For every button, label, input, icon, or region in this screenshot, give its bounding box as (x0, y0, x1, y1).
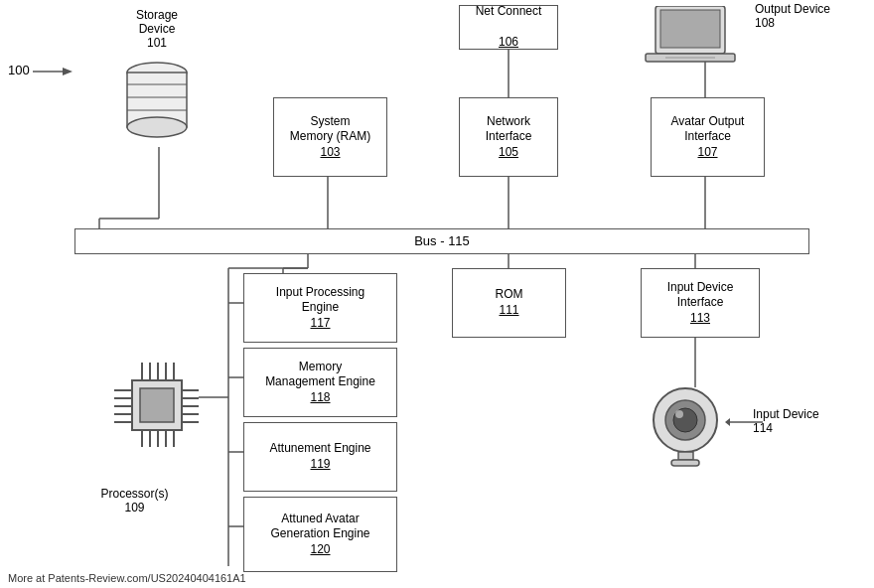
svg-rect-31 (660, 10, 720, 48)
svg-rect-63 (671, 460, 699, 466)
diagram-id-label: 100 (8, 62, 73, 81)
svg-marker-23 (63, 68, 73, 75)
system-memory-box: SystemMemory (RAM) 103 (273, 97, 387, 177)
storage-device-label: Storage Device 101 (117, 8, 197, 50)
webcam-icon (644, 382, 728, 472)
rom-box: ROM 111 (452, 268, 566, 338)
input-device-label: Input Device 114 (753, 407, 862, 435)
input-device-interface-box: Input DeviceInterface 113 (641, 268, 760, 338)
network-interface-box: NetworkInterface 105 (459, 97, 558, 177)
laptop-icon (641, 6, 740, 71)
output-device-label: Output Device 108 (755, 2, 864, 30)
memory-management-engine-box: MemoryManagement Engine 118 (243, 348, 397, 417)
net-connect-box: Net Connect 106 (459, 5, 558, 50)
avatar-output-interface-box: Avatar OutputInterface 107 (651, 97, 765, 177)
attuned-avatar-generation-engine-box: Attuned AvatarGeneration Engine 120 (243, 497, 397, 572)
storage-device-icon (117, 55, 197, 144)
processor-label: Processor(s) 109 (87, 487, 182, 514)
processor-icon (114, 363, 199, 447)
svg-rect-62 (678, 452, 693, 460)
svg-point-61 (675, 410, 683, 418)
bus-box: Bus - 115 (74, 228, 809, 254)
svg-rect-35 (140, 388, 174, 422)
attunement-engine-box: Attunement Engine 119 (243, 422, 397, 492)
svg-point-26 (127, 117, 187, 137)
watermark: More at Patents-Review.com/US20240404161… (0, 572, 874, 584)
input-processing-engine-box: Input ProcessingEngine 117 (243, 273, 397, 343)
